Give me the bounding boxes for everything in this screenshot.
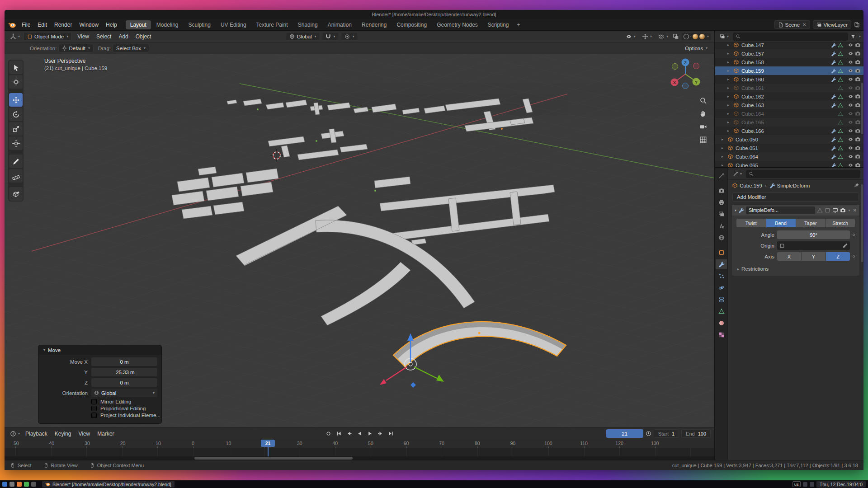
disclosure-icon[interactable]: ▸ — [727, 52, 732, 56]
disclosure-icon[interactable]: ▸ — [727, 77, 732, 81]
preview-range-clock-icon[interactable] — [646, 431, 651, 436]
taskbar-app-icon[interactable] — [9, 482, 14, 487]
deform-mode-button[interactable]: Bend — [766, 219, 796, 227]
workspace-tab[interactable]: Layout — [126, 20, 151, 29]
playhead-frame-badge[interactable]: 21 — [261, 440, 275, 447]
tab-scene[interactable] — [716, 221, 727, 231]
hide-in-viewport-eye-icon[interactable] — [848, 42, 854, 48]
breadcrumb-object[interactable]: Cube.159 — [740, 183, 762, 188]
move-orientation-dropdown[interactable]: Global ▾ — [91, 389, 157, 397]
3d-viewport[interactable]: User Perspective (21) cut_unique | Cube.… — [5, 54, 714, 427]
animate-dot[interactable] — [853, 234, 855, 236]
scene-browse-icon[interactable] — [778, 22, 783, 28]
next-keyframe-button[interactable] — [375, 430, 385, 438]
tab-tool[interactable] — [716, 171, 727, 181]
gizmo-minus-x-axis[interactable] — [693, 63, 699, 69]
select-box-tool[interactable] — [9, 61, 23, 74]
remove-modifier-button[interactable]: ✕ — [853, 208, 857, 213]
mode-selector[interactable]: Object Mode ▾ — [24, 32, 72, 41]
edit-mode-toggle-icon[interactable] — [825, 207, 830, 213]
hide-in-viewport-eye-icon[interactable] — [848, 154, 854, 160]
properties-scrollbar[interactable] — [861, 182, 863, 459]
properties-search[interactable] — [746, 170, 860, 178]
outliner-row[interactable]: ▸ Cube.051 — [715, 144, 863, 152]
disable-in-renders-camera-icon[interactable] — [855, 68, 861, 74]
project-individual-elements-checkbox[interactable] — [91, 413, 97, 418]
taskbar-app-icon[interactable] — [24, 482, 29, 487]
taskbar-app-icon[interactable] — [17, 482, 22, 487]
outliner-row[interactable]: ▸ Cube.163 — [715, 101, 863, 109]
outliner-row[interactable]: ▸ Cube.147 — [715, 41, 863, 49]
axis-button[interactable]: Z — [826, 252, 850, 261]
timeline-menu[interactable]: Marker — [94, 428, 118, 439]
menubar-menu[interactable]: File — [18, 19, 34, 30]
disable-in-renders-camera-icon[interactable] — [855, 85, 861, 91]
move-x-field[interactable]: 0 m — [91, 357, 157, 366]
material-shading-button[interactable] — [693, 34, 698, 39]
hide-in-viewport-eye-icon[interactable] — [848, 162, 854, 167]
proportional-editing-checkbox[interactable] — [91, 406, 97, 411]
disclosure-icon[interactable]: ▸ — [727, 86, 732, 90]
outliner-row[interactable]: ▸ Cube.157 — [715, 49, 863, 58]
hide-in-viewport-eye-icon[interactable] — [848, 85, 854, 91]
copy-viewlayer-icon[interactable] — [854, 22, 860, 28]
playhead-line[interactable] — [268, 446, 269, 456]
jump-to-end-button[interactable] — [386, 430, 396, 438]
timeline-menu[interactable]: Keying — [51, 428, 75, 439]
scene-selector[interactable]: Scene ✕ — [774, 20, 810, 29]
outliner-row[interactable]: ▸ Cube.065 — [715, 161, 863, 167]
workspace-tab[interactable]: Modeling — [152, 20, 183, 29]
workspace-tab[interactable]: Texture Paint — [252, 20, 292, 29]
tab-object[interactable] — [716, 248, 727, 258]
disable-in-renders-camera-icon[interactable] — [855, 102, 861, 108]
gizmos-dropdown[interactable]: ▾ — [640, 33, 654, 40]
transform-orientation-selector[interactable]: Global ▾ — [286, 32, 320, 41]
play-button[interactable] — [365, 430, 375, 438]
current-frame-field[interactable]: 21 — [606, 429, 643, 438]
disclosure-icon[interactable]: ▸ — [727, 69, 732, 73]
workspace-tab[interactable]: Shading — [293, 20, 322, 29]
hide-in-viewport-eye-icon[interactable] — [848, 102, 854, 108]
render-toggle-icon[interactable] — [840, 207, 846, 213]
disclosure-icon[interactable]: ▸ — [727, 129, 732, 133]
hide-in-viewport-eye-icon[interactable] — [848, 128, 854, 134]
move-panel-header[interactable]: ▾ Move — [38, 345, 161, 355]
tab-world[interactable] — [716, 233, 727, 243]
disable-in-renders-camera-icon[interactable] — [855, 59, 861, 65]
tab-render[interactable] — [716, 186, 727, 196]
on-cage-toggle-icon[interactable] — [817, 207, 823, 213]
outliner-scrollbar-thumb[interactable] — [861, 83, 863, 134]
disable-in-renders-camera-icon[interactable] — [855, 111, 861, 117]
outliner-editor-selector[interactable]: ▾ — [718, 34, 731, 39]
hide-in-viewport-eye-icon[interactable] — [848, 76, 854, 82]
workspace-tab[interactable]: Geometry Nodes — [432, 20, 482, 29]
modifier-extras-icon[interactable]: ▾ — [849, 208, 850, 212]
outliner-search-input[interactable] — [742, 34, 845, 39]
window-titlebar[interactable]: Blender* [/home/amalie/Desktop/blender/r… — [5, 10, 863, 19]
jump-to-start-button[interactable] — [334, 430, 344, 438]
disable-in-renders-camera-icon[interactable] — [855, 136, 861, 142]
move-operator-panel[interactable]: ▾ Move Move X0 m Y-25.33 m Z0 m Orientat… — [38, 345, 162, 424]
collapse-icon[interactable]: ▾ — [43, 348, 45, 352]
tab-constraints[interactable] — [716, 295, 727, 305]
animate-dot[interactable] — [853, 255, 855, 258]
realtime-toggle-icon[interactable] — [832, 207, 838, 213]
workspace-tab[interactable]: Scripting — [483, 20, 514, 29]
pin-icon[interactable] — [854, 183, 859, 188]
disable-in-renders-camera-icon[interactable] — [855, 128, 861, 134]
tab-texture[interactable] — [716, 330, 727, 340]
outliner-row[interactable]: ▸ Cube.050 — [715, 135, 863, 144]
hide-in-viewport-eye-icon[interactable] — [848, 51, 854, 56]
viewport-menu[interactable]: View — [74, 33, 93, 40]
taskbar-app-icon[interactable] — [31, 482, 36, 487]
tab-physics[interactable] — [716, 283, 727, 293]
tab-modifiers[interactable] — [716, 259, 727, 269]
timeline-menu[interactable]: View — [75, 428, 94, 439]
properties-search-input[interactable] — [755, 171, 858, 177]
hide-in-viewport-eye-icon[interactable] — [848, 136, 854, 142]
hide-in-viewport-eye-icon[interactable] — [848, 68, 854, 74]
blender-logo-icon[interactable] — [8, 21, 16, 29]
measure-tool[interactable] — [9, 169, 23, 183]
navigation-gizmo[interactable]: Z X Y — [667, 56, 703, 92]
rotate-tool[interactable] — [9, 108, 23, 121]
